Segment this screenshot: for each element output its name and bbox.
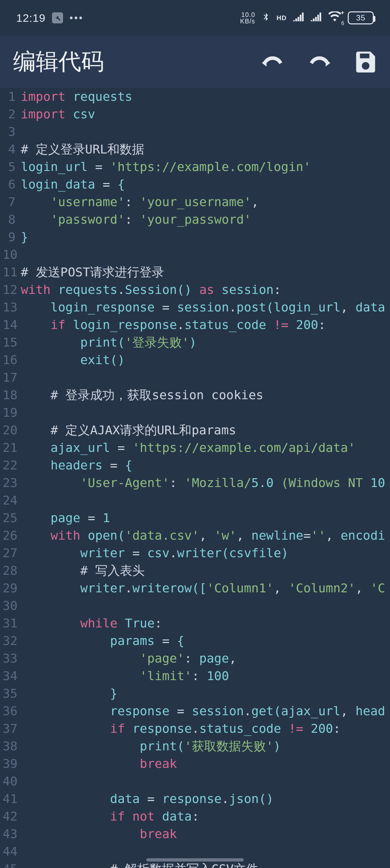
line-number: 3 <box>0 123 15 141</box>
line-number: 6 <box>0 176 15 193</box>
network-speed: 10.0 KB/s <box>240 11 255 24</box>
code-line[interactable]: writer.writerow(['Column1', 'Column2', '… <box>18 579 390 597</box>
code-line[interactable]: } <box>18 228 390 246</box>
code-line[interactable]: while True: <box>18 614 390 632</box>
status-right: 10.0 KB/s HD 6 + 35 <box>240 10 374 25</box>
code-line[interactable] <box>18 597 390 614</box>
code-line[interactable]: # 定义AJAX请求的URL和params <box>18 421 390 439</box>
code-line[interactable]: with requests.Session() as session: <box>18 281 390 299</box>
code-line[interactable]: 'password': 'your_password' <box>18 211 390 228</box>
code-line[interactable]: with open('data.csv', 'w', newline='', e… <box>18 527 390 544</box>
code-area[interactable]: import requestsimport csv # 定义登录URL和数据lo… <box>18 88 390 868</box>
code-line[interactable] <box>18 246 390 263</box>
line-number: 40 <box>0 772 15 790</box>
code-line[interactable]: login_url = 'https://example.com/login' <box>18 158 390 176</box>
line-number: 20 <box>0 421 15 439</box>
code-line[interactable]: 'page': page, <box>18 650 390 667</box>
code-line[interactable]: params = { <box>18 632 390 650</box>
wifi-sub: 6 <box>341 21 345 26</box>
line-number: 45 <box>0 860 15 868</box>
battery-indicator: 35 <box>348 11 374 24</box>
line-number: 15 <box>0 334 15 351</box>
code-line[interactable]: import csv <box>18 105 390 123</box>
code-line[interactable]: 'limit': 100 <box>18 667 390 685</box>
line-number: 22 <box>0 457 15 474</box>
code-line[interactable]: 'username': 'your_username', <box>18 193 390 211</box>
hd-label: HD <box>277 14 287 22</box>
code-line[interactable]: ajax_url = 'https://example.com/api/data… <box>18 439 390 457</box>
kbs-bot: KB/s <box>240 18 255 24</box>
status-bar: 12:19 ••• 10.0 KB/s HD 6 + 35 <box>0 0 390 36</box>
redo-button[interactable] <box>307 53 331 70</box>
undo-button[interactable] <box>261 53 285 70</box>
line-number: 1 <box>0 88 15 105</box>
code-editor[interactable]: 1234567891011121314151617181920212223242… <box>0 88 390 868</box>
code-line[interactable]: response = session.get(ajax_url, head <box>18 702 390 720</box>
line-number: 25 <box>0 509 15 527</box>
line-number: 4 <box>0 141 15 158</box>
code-line[interactable]: if response.status_code != 200: <box>18 720 390 737</box>
code-line[interactable]: break <box>18 825 390 843</box>
line-number: 32 <box>0 632 15 650</box>
save-button[interactable] <box>354 50 377 74</box>
line-number: 29 <box>0 579 15 597</box>
code-line[interactable]: login_response = session.post(login_url,… <box>18 299 390 316</box>
code-line[interactable] <box>18 123 390 141</box>
line-number: 42 <box>0 808 15 825</box>
code-line[interactable]: headers = { <box>18 457 390 474</box>
code-line[interactable] <box>18 404 390 421</box>
line-number: 13 <box>0 299 15 316</box>
code-line[interactable]: print('获取数据失败') <box>18 737 390 755</box>
code-line[interactable]: print('登录失败') <box>18 334 390 351</box>
save-icon <box>354 50 377 72</box>
code-line[interactable]: # 写入表头 <box>18 562 390 579</box>
line-number: 38 <box>0 737 15 755</box>
page-title: 编辑代码 <box>13 46 104 77</box>
line-number: 27 <box>0 544 15 562</box>
line-number: 18 <box>0 386 15 404</box>
wrench-icon <box>52 12 63 23</box>
code-line[interactable]: if login_response.status_code != 200: <box>18 316 390 334</box>
code-line[interactable]: # 登录成功，获取session cookies <box>18 386 390 404</box>
line-number: 14 <box>0 316 15 334</box>
kbs-top: 10.0 <box>241 11 255 18</box>
code-line[interactable]: # 发送POST请求进行登录 <box>18 263 390 281</box>
line-number: 9 <box>0 228 15 246</box>
status-left: 12:19 ••• <box>16 12 84 24</box>
line-number: 34 <box>0 667 15 685</box>
wifi-plus-icon: + <box>340 9 345 16</box>
line-number: 28 <box>0 562 15 579</box>
wifi-icon: 6 + <box>328 11 341 24</box>
code-line[interactable] <box>18 492 390 509</box>
code-line[interactable] <box>18 843 390 860</box>
code-line[interactable] <box>18 772 390 790</box>
line-number: 41 <box>0 790 15 808</box>
more-icon: ••• <box>70 12 84 23</box>
code-line[interactable]: if not data: <box>18 808 390 825</box>
line-number: 19 <box>0 404 15 421</box>
code-line[interactable]: } <box>18 685 390 702</box>
code-line[interactable]: break <box>18 755 390 772</box>
code-line[interactable]: import requests <box>18 88 390 105</box>
signal-1-icon <box>293 12 304 24</box>
signal-2-icon <box>311 12 322 24</box>
line-number-gutter: 1234567891011121314151617181920212223242… <box>0 88 18 868</box>
line-number: 31 <box>0 614 15 632</box>
home-indicator[interactable] <box>146 858 244 862</box>
code-line[interactable]: exit() <box>18 351 390 369</box>
line-number: 36 <box>0 702 15 720</box>
code-line[interactable]: writer = csv.writer(csvfile) <box>18 544 390 562</box>
code-line[interactable] <box>18 369 390 386</box>
line-number: 37 <box>0 720 15 737</box>
line-number: 5 <box>0 158 15 176</box>
line-number: 23 <box>0 474 15 492</box>
line-number: 21 <box>0 439 15 457</box>
header-actions <box>261 50 377 74</box>
code-line[interactable]: login_data = { <box>18 176 390 193</box>
code-line[interactable]: page = 1 <box>18 509 390 527</box>
code-line[interactable]: # 定义登录URL和数据 <box>18 141 390 158</box>
code-line[interactable]: 'User-Agent': 'Mozilla/5.0 (Windows NT 1… <box>18 474 390 492</box>
line-number: 10 <box>0 246 15 263</box>
code-line[interactable]: data = response.json() <box>18 790 390 808</box>
line-number: 44 <box>0 843 15 860</box>
